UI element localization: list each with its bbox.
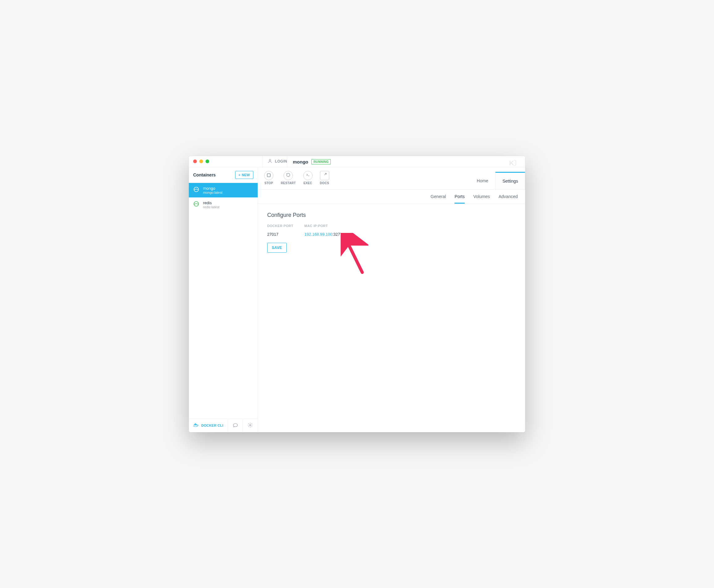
minimize-window-button[interactable] (199, 160, 203, 163)
subtab-general[interactable]: General (431, 194, 446, 204)
svg-point-7 (250, 424, 251, 426)
login-button[interactable]: LOGIN (262, 156, 287, 167)
status-badge: RUNNING (311, 159, 331, 164)
svg-rect-3 (194, 424, 195, 425)
docs-button[interactable]: DOCS (320, 171, 329, 185)
sidebar-item-mongo[interactable]: mongo mongo:latest (189, 183, 258, 197)
tab-settings[interactable]: Settings (495, 172, 525, 189)
tab-label: Settings (502, 178, 518, 184)
sidebar-header: Containers + NEW (189, 167, 258, 183)
zoom-window-button[interactable] (206, 160, 209, 163)
save-button-label: SAVE (272, 246, 282, 250)
restart-icon (286, 172, 291, 178)
main-tabs: Home Settings (470, 171, 525, 189)
gear-icon (248, 422, 253, 428)
tab-home[interactable]: Home (470, 172, 495, 189)
plus-icon: + (238, 173, 241, 177)
container-item-name: mongo (203, 186, 223, 191)
login-label: LOGIN (275, 159, 287, 164)
docker-cli-label: DOCKER CLI (201, 424, 223, 427)
sidebar-footer: DOCKER CLI (189, 419, 258, 432)
subtab-label: Ports (455, 194, 465, 199)
ports-table: DOCKER PORT MAC IP:PORT 27017 192.168.99… (267, 224, 356, 243)
tab-label: Home (477, 178, 488, 183)
docker-cli-button[interactable]: DOCKER CLI (189, 419, 228, 432)
container-status-icon (193, 201, 199, 208)
chat-icon (233, 422, 238, 428)
main-panel: STOP RESTART (258, 167, 525, 432)
new-button-label: NEW (241, 173, 250, 177)
stop-button[interactable]: STOP (264, 171, 273, 185)
content-area: General Ports Volumes Advanced C (258, 189, 525, 432)
exec-button[interactable]: EXEC (303, 171, 313, 185)
sidebar: Containers + NEW mongo mongo:latest (189, 167, 258, 432)
subtab-label: Advanced (499, 194, 518, 199)
user-icon (268, 159, 272, 164)
container-name: mongo (293, 159, 308, 164)
save-button[interactable]: SAVE (267, 243, 287, 253)
container-item-image: redis:latest (203, 205, 219, 209)
whale-icon (193, 422, 199, 428)
subtab-ports[interactable]: Ports (455, 194, 465, 204)
toolbar: STOP RESTART (258, 167, 525, 189)
ports-panel: Configure Ports DOCKER PORT MAC IP:PORT (258, 204, 525, 432)
sidebar-title: Containers (193, 172, 216, 177)
preferences-button[interactable] (243, 419, 258, 432)
svg-rect-6 (195, 424, 196, 424)
header-strip: mongo RUNNING K〕 (287, 156, 525, 167)
subtab-label: Volumes (473, 194, 490, 199)
col-docker-port: DOCKER PORT (267, 224, 304, 232)
subtab-advanced[interactable]: Advanced (499, 194, 518, 204)
window-controls (193, 160, 209, 163)
svg-point-0 (269, 159, 271, 161)
subtab-label: General (431, 194, 446, 199)
settings-subtabs: General Ports Volumes Advanced (258, 190, 525, 204)
container-title-row: mongo RUNNING (293, 159, 331, 164)
terminal-icon (306, 173, 310, 178)
mac-ip-port-cell: 192.168.99.100:32770 (304, 232, 356, 243)
action-label: STOP (265, 182, 273, 185)
action-label: EXEC (303, 182, 312, 185)
svg-line-9 (345, 237, 362, 272)
ip-value: 192.168.99.100 (304, 232, 332, 237)
stop-icon (267, 173, 271, 178)
host-port-value: 32770 (334, 232, 345, 237)
panel-title: Configure Ports (267, 212, 516, 218)
new-container-button[interactable]: + NEW (235, 171, 253, 179)
container-item-image: mongo:latest (203, 191, 223, 194)
svg-rect-8 (267, 174, 270, 177)
external-link-icon (322, 172, 327, 178)
docker-port-value: 27017 (267, 232, 304, 243)
restart-button[interactable]: RESTART (281, 171, 296, 185)
subtab-volumes[interactable]: Volumes (473, 194, 490, 204)
feedback-button[interactable] (228, 419, 243, 432)
col-mac-ip-port: MAC IP:PORT (304, 224, 356, 232)
sidebar-item-redis[interactable]: redis redis:latest (189, 197, 258, 212)
action-label: DOCS (320, 182, 329, 185)
app-logo-icon: K〕 (509, 159, 520, 168)
ip-link[interactable]: 192.168.99.100 (304, 232, 332, 237)
container-list: mongo mongo:latest redis redis:latest (189, 183, 258, 419)
titlebar: LOGIN mongo RUNNING K〕 (189, 156, 525, 167)
app-window: LOGIN mongo RUNNING K〕 Containers + NEW (189, 156, 525, 432)
svg-rect-4 (195, 424, 196, 425)
action-label: RESTART (281, 182, 296, 185)
container-item-name: redis (203, 201, 219, 205)
container-status-icon (193, 186, 199, 194)
close-window-button[interactable] (193, 160, 197, 163)
table-row: 27017 192.168.99.100:32770 (267, 232, 356, 243)
